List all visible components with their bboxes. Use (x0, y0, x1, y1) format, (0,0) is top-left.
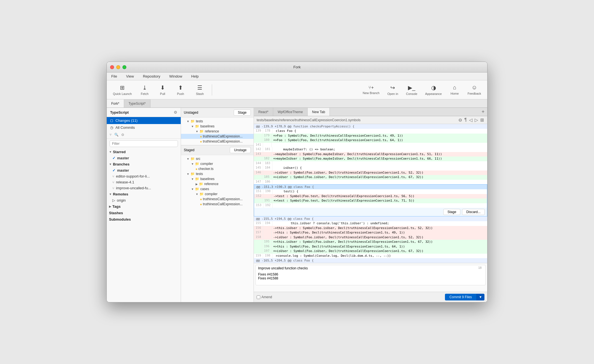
home-button[interactable]: ⌂ Home (446, 83, 463, 97)
diff-ctrl-para[interactable]: ¶ (464, 117, 467, 123)
staged-folder-tests[interactable]: ▼ 📁 tests (181, 171, 254, 176)
content-tab-newtab[interactable]: New Tab (308, 108, 330, 116)
commit-panel: 18 Fixes #41586 Fixes #41588 Amend Commi… (254, 263, 487, 302)
submodules-section-header[interactable]: Submodules (107, 216, 181, 223)
pull-button[interactable]: ⬇ Pull (154, 83, 171, 97)
file-icon: ■ (200, 198, 202, 201)
diff-line: 139 178 class Foo { (254, 129, 487, 134)
amend-label[interactable]: Amend (257, 295, 272, 299)
maximize-button[interactable] (122, 65, 126, 69)
branch-icon-improve: ⑂ (112, 186, 114, 190)
menu-repository[interactable]: Repository (141, 74, 162, 79)
add-tab-button[interactable]: + (479, 108, 487, 116)
unstaged-folder-baselines[interactable]: ▼ 📁 baselines (181, 124, 254, 129)
menu-view[interactable]: View (124, 74, 136, 79)
hunk-discard-button[interactable]: Discard... (462, 209, 485, 215)
diff-ctrl-cols[interactable]: ⊞ (480, 117, 484, 123)
open-in-button[interactable]: ↪ Open in (384, 83, 402, 97)
search-sidebar-icon[interactable]: 🔍 (114, 133, 119, 137)
unstaged-label: Unstaged (184, 111, 198, 115)
content-tab-react[interactable]: React* (254, 108, 273, 116)
console-button[interactable]: ▶_ Console (403, 83, 421, 97)
diff-ctrl-right[interactable]: ▷ (474, 117, 479, 123)
branches-section-header[interactable]: ▼ Branches (107, 161, 181, 167)
github-icon[interactable]: ⊙ (121, 133, 124, 137)
diff-line: 156 ->this.isUser : Symbol(Foo.isUser, D… (254, 226, 487, 231)
minimize-button[interactable] (116, 65, 120, 69)
diff-line: 142 181 maybeIsUser?: () => boolean; (254, 147, 487, 152)
open-in-label: Open in (387, 92, 398, 95)
unstage-all-button[interactable]: Unstage (230, 147, 251, 153)
commit-button-group: Commit 9 Files ▼ (445, 294, 484, 300)
menu-file[interactable]: File (110, 74, 119, 79)
sidebar-section-branches: ▼ Branches ✓ master ⑂ editor-support-for… (107, 161, 181, 191)
commits-icon: ◷ (110, 125, 113, 130)
folder-icon: 📁 (195, 187, 199, 191)
staged-folder-src[interactable]: ▼ 📁 src (181, 156, 254, 161)
staged-folder-reference[interactable]: ▶ 📁 reference (181, 181, 254, 186)
staged-file-truth2[interactable]: ■ truthinessCallExpression... (181, 202, 254, 207)
starred-section-header[interactable]: ▼ Starred (107, 149, 181, 155)
folder-icon: 📁 (191, 157, 195, 161)
new-branch-label: New Branch (363, 91, 380, 95)
stash-button[interactable]: ☰ Stash (190, 83, 210, 97)
quick-launch-button[interactable]: ⊞ Quick Launch (110, 83, 135, 97)
appearance-icon: ◑ (431, 84, 436, 91)
tags-section-header[interactable]: ▶ Tags (107, 203, 181, 210)
sidebar-item-branch-editor[interactable]: ⑂ editor-support-for-li... (110, 173, 181, 179)
staged-folder-compiler[interactable]: ▼ 📁 compiler (181, 161, 254, 166)
commit-body-input[interactable]: Fixes #41586 Fixes #41588 (256, 271, 486, 285)
remotes-section-header[interactable]: ▼ Remotes (107, 191, 181, 197)
appearance-button[interactable]: ◑ Appearance (422, 83, 445, 97)
amend-checkbox[interactable] (257, 295, 260, 299)
sidebar-filter-input[interactable] (110, 140, 178, 147)
sidebar-item-branch-master[interactable]: ✓ master (110, 167, 181, 173)
push-button[interactable]: ⬆ Push (172, 83, 189, 97)
feedback-button[interactable]: ☺ Feedback (464, 83, 484, 97)
unstaged-file-2[interactable]: ■ truthinessCallExpression... (181, 139, 254, 144)
fetch-button[interactable]: ⤓ Fetch (136, 83, 153, 97)
sidebar-nav-all-commits[interactable]: ◷ All Commits (107, 124, 181, 131)
new-branch-icon: ⑂+ (368, 85, 374, 90)
commit-arrow-button[interactable]: ▼ (476, 294, 484, 300)
unstaged-file-1[interactable]: ■ truthinessCallExpression... (181, 134, 254, 139)
diff-ctrl-minus[interactable]: ⊖ (458, 117, 463, 123)
unstaged-section: Unstaged Stage ▼ 📁 tests ▼ 📁 baselines (181, 108, 254, 145)
sidebar-nav-changes[interactable]: ◻ Changes (11) (107, 117, 181, 124)
diff-hunk-header-1: @@ -139,9 +178,9 @@ function checksPrope… (254, 124, 487, 129)
gear-icon[interactable]: ⚙ (174, 110, 177, 115)
diff-line: 157 ->this : Symbol(Foo, Decl(truthiness… (254, 230, 487, 235)
new-branch-button[interactable]: ⑂+ New Branch (359, 83, 383, 96)
staged-folder-compiler2[interactable]: ▼ 📁 compiler (181, 192, 254, 197)
unstaged-folder-tests[interactable]: ▼ 📁 tests (181, 119, 254, 124)
sidebar-item-starred-master[interactable]: ✓ master (110, 155, 181, 161)
unstaged-folder-reference[interactable]: ▼ 📁 reference (181, 129, 254, 134)
sidebar-item-origin[interactable]: ▷ origin (110, 197, 181, 203)
staged-folder-baselines[interactable]: ▼ 📁 baselines (181, 176, 254, 181)
diff-line: 146 ->isUser : Symbol(Foo.isUser, Decl(t… (254, 171, 487, 175)
sidebar-item-branch-release[interactable]: ⑂ release-4.1 (110, 179, 181, 185)
commit-button[interactable]: Commit 9 Files (445, 294, 476, 300)
staged-file-checker[interactable]: ■ checker.ts (181, 166, 254, 171)
home-icon: ⌂ (453, 84, 456, 91)
push-label: Push (177, 92, 184, 95)
quick-launch-label: Quick Launch (113, 92, 132, 95)
repo-tab-fork[interactable]: Fork* (107, 99, 124, 108)
sidebar-item-branch-improve[interactable]: ⑂ improve-uncalled-fu... (110, 185, 181, 191)
folder-icon: 📁 (195, 124, 199, 128)
hunk-stage-button[interactable]: Stage (443, 209, 460, 215)
diff-line: 179 +>Foo : Symbol(Foo, Decl(truthinessC… (254, 134, 487, 138)
stashes-section-header[interactable]: Stashes (107, 210, 181, 216)
commit-title-input[interactable] (256, 265, 486, 271)
staged-file-truth1[interactable]: ■ truthinessCallExpression... (181, 197, 254, 202)
menu-help[interactable]: Help (189, 74, 200, 79)
diff-line: 185 +>isUser : Symbol(Foo.isUser, Decl(t… (254, 175, 487, 180)
staged-folder-cases[interactable]: ▼ 📁 cases (181, 186, 254, 192)
repo-tab-typescript[interactable]: TypeScript* (124, 99, 150, 108)
content-tab-wpf[interactable]: WpfOfficeTheme (273, 108, 308, 116)
diff-ctrl-left[interactable]: ◁ (468, 117, 473, 123)
stage-all-button[interactable]: Stage (234, 109, 251, 116)
close-button[interactable] (110, 65, 114, 69)
menu-window[interactable]: Window (168, 74, 184, 79)
check-icon: ✓ (112, 156, 115, 160)
